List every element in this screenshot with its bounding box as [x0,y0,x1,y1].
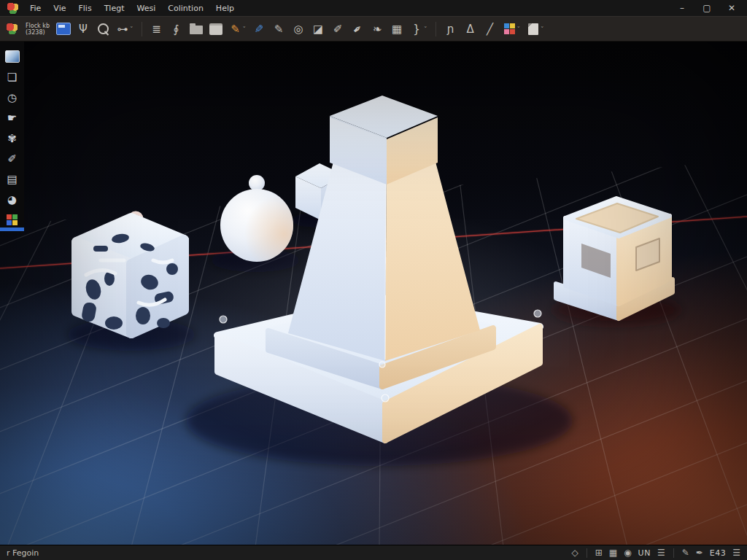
menu-file[interactable]: Fie [29,4,42,13]
screw-icon[interactable]: ✒ [346,17,369,41]
dropdown-arrow-icon[interactable]: ˅ [541,26,544,33]
close-button[interactable]: ✕ [727,3,737,13]
toolbar-label-block: Flock kb(3238) [26,23,50,36]
grid-icon[interactable]: ⊞ [595,548,603,558]
stylus-icon[interactable]: ✐ [330,20,346,38]
bracket-icon[interactable]: } [409,20,425,38]
shape-icon[interactable]: ◪ [310,20,326,38]
window-panel-icon[interactable] [55,20,71,38]
counter-label: E43 [710,548,726,558]
sphere[interactable] [220,175,293,262]
pedestal-block[interactable] [556,198,673,319]
toolbar-separator [436,22,436,36]
status-left-text: r Fegoin [7,548,39,558]
lattice-cube[interactable] [77,213,184,333]
brush-tool-icon[interactable]: ◕ [4,190,21,209]
folder-icon[interactable] [188,20,204,38]
menu-icon[interactable]: ☰ [657,548,665,558]
toolbar: Flock kb(3238) Ψ ⊶ ˅ ≣ ∮ ✎ ˅ ✎ ✎ ◎ ◪ ✐ ✒… [0,16,747,42]
list-icon[interactable]: ≣ [149,20,165,38]
minimize-button[interactable]: – [677,3,687,13]
notes-tool-icon[interactable]: ▤ [4,170,21,188]
curve-tool-icon[interactable]: ɲ [443,20,459,38]
app-logo-icon[interactable] [4,20,20,38]
triangle-tool-icon[interactable]: Δ [462,20,479,38]
menu-bar: Fie Vie Flis Tlegt Wesi Colintion Help –… [0,0,747,16]
dropdown-arrow-icon[interactable]: ˅ [424,26,427,33]
dropdown-arrow-icon[interactable]: ˅ [130,26,133,33]
status-separator [587,548,587,558]
toolbar-separator [142,22,142,36]
script-icon[interactable]: ∮ [169,20,185,38]
hand-tool-icon[interactable]: ☛ [4,109,21,127]
target-icon[interactable]: ◎ [290,20,306,38]
gem-icon[interactable]: ◇ [571,548,578,558]
app-logo-icon[interactable] [7,3,18,14]
pen-icon[interactable]: ✎ [682,548,689,558]
slider-icon[interactable]: ⊶ [115,20,131,38]
viewport-3d[interactable] [0,42,747,545]
pen-alt-icon[interactable]: ✒ [696,548,703,558]
un-label: UN [638,548,651,558]
table-icon[interactable]: ▦ [389,20,405,38]
pen-blue-icon[interactable]: ✎ [251,20,267,38]
dropdown-arrow-icon[interactable]: ˅ [243,26,247,33]
menu-colintion[interactable]: Colintion [167,4,204,13]
menu-flis[interactable]: Flis [77,4,92,13]
quill-icon[interactable]: ❧ [369,20,385,38]
menu-alt-icon[interactable]: ☰ [732,548,740,558]
layers-icon[interactable]: ▦ [609,548,617,558]
dropdown-arrow-icon[interactable]: ˅ [517,26,521,33]
status-bar: r Fegoin ◇ ⊞ ▦ ◉ UN ☰ ✎ ✒ E43 ☰ [0,545,747,560]
palette-grid-icon[interactable] [4,211,21,229]
tool-sidebar: ❏ ◷ ☛ ✾ ✐ ▤ ◕ [0,42,24,231]
magnifier-icon[interactable] [95,20,111,38]
menu-tlegt[interactable]: Tlegt [104,4,125,13]
flower-tool-icon[interactable]: ✾ [4,129,21,147]
chisel-tool-icon[interactable]: ✐ [4,149,21,168]
menu-view[interactable]: Vie [53,4,66,13]
color-grid-icon[interactable] [502,20,518,38]
target-icon[interactable]: ◉ [624,548,631,558]
maximize-button[interactable]: ▢ [702,3,712,13]
tray-icon[interactable] [208,20,224,38]
main-area: ❏ ◷ ☛ ✾ ✐ ▤ ◕ [0,42,747,545]
application-window: Fie Vie Flis Tlegt Wesi Colintion Help –… [0,0,747,560]
document-icon[interactable] [525,20,541,38]
image-tool-icon[interactable] [4,47,21,66]
window-controls: – ▢ ✕ [677,3,747,13]
pen-orange-icon[interactable]: ✎ [228,20,244,38]
history-tool-icon[interactable]: ◷ [4,88,21,106]
status-separator [673,548,674,558]
viewport-canvas [0,42,747,545]
menu-wesi[interactable]: Wesi [136,4,156,13]
pen-grey-icon[interactable]: ✎ [271,20,287,38]
pose-tool-icon[interactable]: Ψ [75,20,91,38]
document-tool-icon[interactable]: ❏ [4,68,21,86]
menu-help[interactable]: Help [215,4,235,13]
line-tool-icon[interactable]: ╱ [482,20,498,38]
